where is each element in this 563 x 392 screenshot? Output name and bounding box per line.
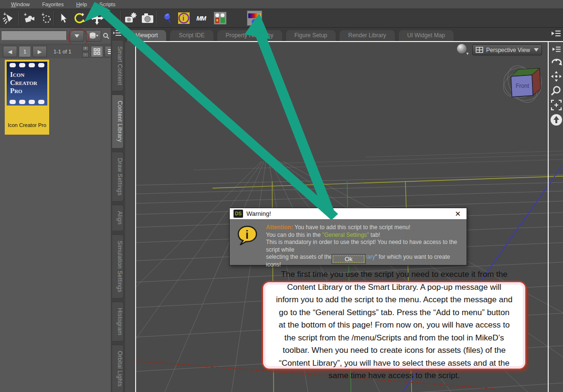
create-camera-tool-button[interactable]: + (21, 11, 37, 26)
render-settings-button[interactable] (122, 11, 138, 26)
side-tab-smart-content[interactable]: Smart Content (112, 40, 124, 91)
tab-figure-setup[interactable]: Figure Setup (286, 30, 337, 42)
spotlight-icon: + (2, 11, 16, 25)
dialog-body: i Attention: You have to add this script… (230, 219, 467, 266)
view-cube[interactable]: Front (501, 61, 543, 107)
orbit-icon[interactable] (551, 56, 562, 68)
dashed-circle-plus-icon: + (40, 11, 53, 25)
menu-item-window[interactable]: Window (6, 1, 35, 7)
side-tab-orbital-lights[interactable]: Orbital Lights (112, 345, 124, 392)
camera-gear-icon (123, 11, 138, 25)
grid-view-icon (94, 48, 100, 55)
chevron-down-icon: ▼ (466, 52, 469, 56)
instruction-text: The first time you use the script you ne… (276, 268, 513, 382)
side-tab-simulation-settings[interactable]: Simulation Settings (112, 234, 124, 298)
chevron-down-icon (534, 48, 539, 52)
pane-menu-icon[interactable] (113, 30, 122, 38)
svg-text:+: + (42, 12, 44, 17)
database-icon (89, 32, 98, 40)
ok-button[interactable]: Ok (331, 254, 366, 264)
camera-icon (140, 11, 155, 25)
node-selection-tool-button[interactable] (55, 11, 72, 26)
library-content-area[interactable]: Icon Creator Pro Icon Creator Pro (0, 58, 111, 392)
view-mode-label: Perspective View (486, 47, 531, 53)
toolbar-separator (157, 11, 157, 25)
info-bubble-icon: i (236, 225, 258, 250)
main-toolbar: + + + (0, 9, 563, 28)
asset-icon-creator-pro[interactable]: Icon Creator Pro Icon Creator Pro (5, 60, 49, 135)
search-input[interactable] (1, 31, 67, 40)
miked-logo: MM (196, 15, 206, 22)
character-render-button[interactable] (212, 11, 228, 26)
rotate-arrow-icon (73, 11, 87, 25)
next-page-button[interactable]: ▶ (32, 46, 47, 57)
tab-script-ide[interactable]: Script IDE (170, 30, 213, 42)
search-button[interactable] (102, 30, 110, 42)
grid-view-button[interactable] (91, 46, 103, 57)
chevron-down-icon (74, 34, 79, 38)
focus-ring (333, 255, 364, 263)
app-window: WindowFavoritesHelpScripts + + + (0, 0, 563, 392)
side-tab-align[interactable]: Align (112, 205, 124, 231)
icon-creator-pro-toolbar-button[interactable]: i (246, 11, 263, 26)
zoom-in-button[interactable]: + (82, 46, 89, 51)
menu-bar: WindowFavoritesHelpScripts (0, 0, 563, 9)
dialog-title-bar[interactable]: DS Warning! ✕ (230, 208, 467, 219)
close-icon[interactable]: ✕ (453, 210, 463, 218)
menu-item-help[interactable]: Help (71, 1, 92, 7)
menu-item-favorites[interactable]: Favorites (37, 1, 69, 7)
side-tab-content-library[interactable]: Content Library (112, 95, 124, 148)
database-button[interactable] (86, 30, 101, 42)
pushpin-icon (161, 11, 174, 25)
filmstrip-holes (7, 62, 47, 67)
svg-text:i: i (182, 14, 184, 22)
pan-icon[interactable] (551, 71, 562, 82)
asset-caption: Icon Creator Pro (5, 122, 49, 128)
pane-options-icon[interactable] (552, 46, 561, 53)
tab-render-library[interactable]: Render Library (339, 30, 395, 42)
tab-property-hierarchy[interactable]: Property Hierarchy (217, 30, 283, 42)
page-number: 1 (19, 46, 31, 57)
warning-dialog: DS Warning! ✕ i Attention: You have to a… (229, 208, 467, 265)
filter-dropdown-button[interactable] (70, 30, 84, 42)
viewport-nav-toolbar (550, 46, 563, 126)
camera-plus-icon: + (22, 11, 36, 25)
side-tab-draw-settings[interactable]: Draw Settings (112, 152, 124, 202)
tab-ui-widget-map[interactable]: UI Widget Map (398, 30, 454, 42)
pane-divider[interactable] (548, 42, 549, 392)
create-node-tool-button[interactable]: + (38, 11, 54, 26)
info-toolbar-button[interactable]: i (176, 11, 192, 26)
miked-toolbar-button[interactable]: MM (193, 11, 209, 26)
scale-tool-button[interactable] (105, 11, 121, 26)
toolbar-separator (19, 11, 19, 25)
side-tab-histogram[interactable]: Histogram (112, 302, 124, 341)
pin-toolbar-button[interactable] (159, 11, 176, 26)
cursor-icon (107, 12, 119, 24)
search-icon (103, 32, 109, 39)
prev-page-button[interactable]: ◀ (3, 46, 17, 57)
toolbar-separator (53, 11, 54, 25)
aim-up-icon[interactable] (550, 114, 563, 126)
svg-text:+: + (3, 11, 6, 17)
arrow-right-icon: ▶ (38, 49, 42, 55)
lighting-sphere-icon[interactable] (457, 44, 467, 53)
create-light-tool-button[interactable]: + (1, 11, 17, 26)
translate-tool-button[interactable] (89, 11, 105, 26)
thumbnail-title: Icon Creator Pro (7, 67, 47, 98)
content-library-panel: ◀ 1 ▶ 1-1 of 1 + - (0, 28, 111, 392)
library-search-row (0, 30, 111, 42)
arrow-left-icon: ◀ (8, 49, 12, 55)
view-mode-selector[interactable]: Perspective View (472, 44, 542, 55)
render-button[interactable] (139, 11, 156, 26)
frame-icon[interactable] (551, 99, 562, 111)
cube-front-label: Front (516, 83, 530, 89)
menu-item-scripts[interactable]: Scripts (94, 1, 121, 7)
toolbar-separator (120, 11, 121, 25)
dialog-title: Warning! (246, 210, 449, 217)
instruction-note-box: The first time you use the script you ne… (262, 281, 527, 370)
rotate-tool-button[interactable] (72, 11, 88, 26)
pane-options-icon[interactable] (551, 30, 561, 40)
zoom-out-button[interactable]: - (82, 52, 89, 57)
tab-viewport[interactable]: Viewport (127, 30, 167, 42)
zoom-icon[interactable] (551, 85, 562, 96)
